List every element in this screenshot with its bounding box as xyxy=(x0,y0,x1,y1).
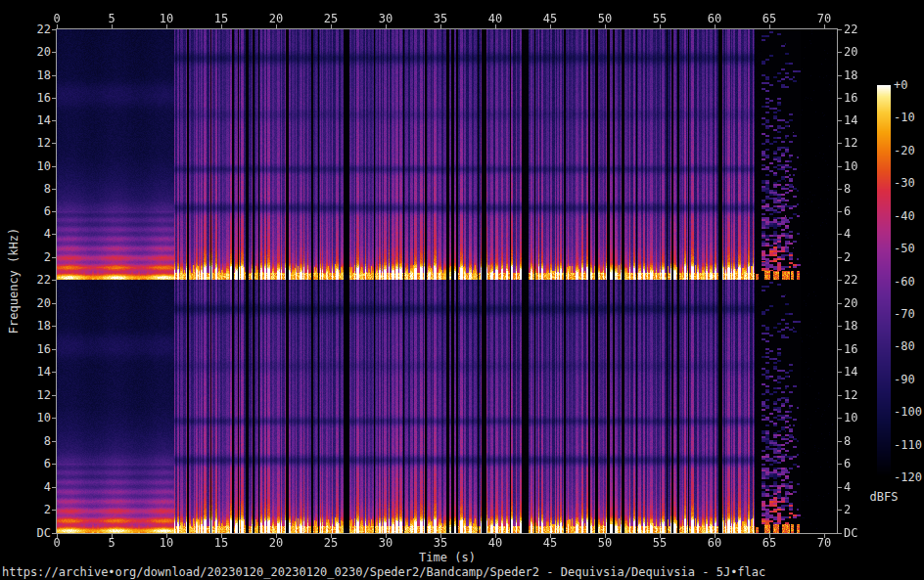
time-tick-label-bottom: 20 xyxy=(269,537,283,549)
time-tick-label-bottom: 50 xyxy=(598,537,612,549)
colorbar-tick-label: -90 xyxy=(894,374,915,385)
freq-tick-mark-left xyxy=(52,280,56,281)
freq-tick-mark-left xyxy=(52,533,56,534)
freq-tick-label-left: 20 xyxy=(18,297,51,309)
freq-tick-label-right: 22 xyxy=(844,274,857,286)
freq-tick-mark-right xyxy=(838,234,842,235)
freq-tick-label-right: 20 xyxy=(844,297,857,309)
freq-tick-label-left: 16 xyxy=(18,92,51,104)
freq-tick-label-right: 4 xyxy=(844,228,851,240)
freq-tick-label-left: 10 xyxy=(18,412,51,424)
freq-tick-label-right: 2 xyxy=(844,251,851,263)
freq-tick-mark-left xyxy=(52,303,56,304)
freq-tick-mark-left xyxy=(52,441,56,442)
time-tick-label-bottom: 65 xyxy=(762,537,776,549)
freq-tick-mark-left xyxy=(52,75,56,76)
time-tick-label-top: 15 xyxy=(214,13,228,24)
freq-tick-label-right: 20 xyxy=(844,46,857,58)
freq-tick-mark-left xyxy=(52,372,56,373)
freq-tick-label-left: 8 xyxy=(18,183,51,195)
freq-tick-label-right: 12 xyxy=(844,137,857,149)
freq-tick-mark-right xyxy=(838,29,842,30)
freq-tick-label-left: 20 xyxy=(18,46,51,58)
time-tick-label-top: 5 xyxy=(108,13,115,24)
time-tick-label-bottom: 10 xyxy=(160,537,173,549)
colorbar-tick-label: +0 xyxy=(894,79,907,91)
time-tick-label-top: 10 xyxy=(160,13,173,24)
colorbar-tick-label: -120 xyxy=(894,471,922,483)
freq-tick-label-right: 16 xyxy=(844,92,857,104)
time-axis-label: Time (s) xyxy=(419,551,476,564)
colorbar-tick-label: -60 xyxy=(894,276,915,288)
freq-tick-label-right: 6 xyxy=(844,205,851,217)
colorbar-tick-label: -80 xyxy=(894,340,915,352)
freq-tick-mark-right xyxy=(838,510,842,511)
freq-tick-mark-left xyxy=(52,211,56,212)
colorbar-tick-label: -20 xyxy=(894,145,915,156)
freq-tick-mark-left xyxy=(52,234,56,235)
freq-tick-mark-left xyxy=(52,120,56,121)
time-tick-label-bottom: 30 xyxy=(379,537,393,549)
colorbar-tick-label: -10 xyxy=(894,112,915,123)
freq-tick-label-left: 22 xyxy=(18,274,51,286)
spectrogram-channel-2 xyxy=(57,280,837,533)
freq-tick-mark-left xyxy=(52,143,56,144)
freq-tick-mark-right xyxy=(838,464,842,465)
freq-tick-mark-left xyxy=(52,98,56,99)
freq-tick-mark-right xyxy=(838,441,842,442)
freq-tick-label-left: 12 xyxy=(18,389,51,401)
freq-tick-mark-right xyxy=(838,75,842,76)
freq-tick-mark-right xyxy=(838,487,842,488)
freq-tick-label-right: 18 xyxy=(844,69,857,81)
time-tick-label-bottom: 70 xyxy=(817,537,831,549)
colorbar-tick-label: -110 xyxy=(894,439,922,451)
colorbar-tick-label: -50 xyxy=(894,243,915,254)
freq-tick-mark-right xyxy=(838,257,842,258)
freq-tick-mark-right xyxy=(838,303,842,304)
time-tick-label-bottom: 0 xyxy=(53,537,60,549)
time-tick-label-top: 0 xyxy=(53,13,60,24)
freq-tick-mark-right xyxy=(838,52,842,53)
freq-tick-label-left: 6 xyxy=(18,458,51,469)
freq-tick-label-right: 2 xyxy=(844,504,851,515)
time-tick-label-top: 65 xyxy=(762,13,776,24)
time-tick-label-top: 45 xyxy=(543,13,557,24)
freq-tick-mark-right xyxy=(838,280,842,281)
freq-tick-label-left: DC xyxy=(18,527,51,539)
freq-tick-mark-left xyxy=(52,464,56,465)
time-tick-label-bottom: 60 xyxy=(708,537,721,549)
freq-tick-mark-right xyxy=(838,349,842,350)
freq-tick-label-right: 10 xyxy=(844,412,857,424)
freq-tick-mark-left xyxy=(52,418,56,419)
source-url-caption: https://archive•org/download/20230120_20… xyxy=(2,565,765,579)
colorbar-tick-label: -30 xyxy=(894,177,915,189)
freq-tick-label-right: 10 xyxy=(844,160,857,172)
freq-tick-mark-left xyxy=(52,189,56,190)
colorbar-tick-label: -100 xyxy=(894,406,922,418)
freq-tick-label-left: 4 xyxy=(18,228,51,240)
freq-tick-mark-left xyxy=(52,166,56,167)
freq-tick-mark-right xyxy=(838,189,842,190)
freq-tick-label-left: 2 xyxy=(18,251,51,263)
freq-tick-label-left: 18 xyxy=(18,69,51,81)
freq-tick-mark-right xyxy=(838,418,842,419)
freq-tick-label-right: 6 xyxy=(844,458,851,469)
time-tick-label-bottom: 55 xyxy=(653,537,667,549)
freq-tick-label-right: 18 xyxy=(844,320,857,332)
freq-tick-label-left: 18 xyxy=(18,320,51,332)
time-tick-label-top: 60 xyxy=(708,13,721,24)
colorbar-tick-label: -70 xyxy=(894,308,915,320)
time-tick-label-top: 55 xyxy=(653,13,667,24)
freq-tick-label-left: 12 xyxy=(18,137,51,149)
freq-tick-label-left: 6 xyxy=(18,205,51,217)
freq-tick-label-right: 16 xyxy=(844,343,857,355)
time-tick-label-bottom: 5 xyxy=(108,537,115,549)
freq-tick-mark-left xyxy=(52,349,56,350)
colorbar-unit-label: dBFS xyxy=(870,490,899,504)
freq-tick-label-right: DC xyxy=(844,527,857,539)
time-tick-label-top: 70 xyxy=(817,13,831,24)
freq-tick-mark-left xyxy=(52,510,56,511)
freq-tick-label-left: 8 xyxy=(18,435,51,447)
time-tick-label-top: 30 xyxy=(379,13,393,24)
freq-tick-label-right: 22 xyxy=(844,23,857,35)
